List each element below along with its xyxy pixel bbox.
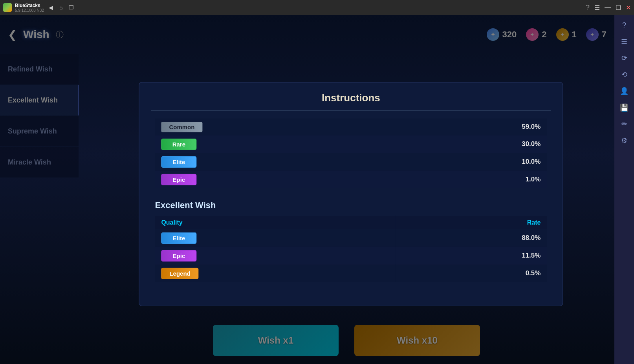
- rate-cell: 11.5%: [396, 247, 547, 264]
- modal-body: Common 59.0% Rare 30.0% Elite: [139, 110, 563, 305]
- quality-cell: Common: [155, 118, 402, 135]
- instructions-modal: Instructions Common 59.0% Rare 30.: [139, 82, 563, 306]
- title-bar: BlueStacks 5.9.12.1003 N32 ◀ ⌂ ❐ ? ☰ — ☐…: [0, 0, 634, 15]
- table-row: Epic 11.5%: [155, 247, 547, 264]
- rp-save-icon[interactable]: 💾: [618, 100, 630, 115]
- table-row: Legend 0.5%: [155, 264, 547, 282]
- quality-badge-common: Common: [161, 121, 202, 132]
- rp-rotate-icon[interactable]: ⟲: [620, 67, 629, 82]
- app-version: 5.9.12.1003 N32: [15, 8, 44, 13]
- quality-cell: Legend: [155, 264, 395, 282]
- rp-edit-icon[interactable]: ✏: [620, 117, 629, 132]
- rate-cell: 1.0%: [402, 170, 547, 188]
- app-name: BlueStacks: [15, 3, 44, 8]
- titlebar-maximize-btn[interactable]: ☐: [616, 4, 621, 11]
- rp-settings-icon[interactable]: ⚙: [619, 133, 629, 148]
- bluestacks-logo: [3, 3, 12, 12]
- table-row: Elite 10.0%: [155, 153, 547, 170]
- quality-cell: Elite: [155, 153, 402, 170]
- quality-badge-legend: Legend: [161, 267, 198, 279]
- rate-cell: 0.5%: [396, 264, 547, 282]
- rate-cell: 59.0%: [402, 118, 547, 135]
- excellent-wish-table: Quality Rate Elite 88.0% Epic: [155, 216, 547, 282]
- quality-badge-epic-1: Epic: [161, 174, 196, 185]
- quality-badge-elite-1: Elite: [161, 156, 196, 167]
- rate-cell: 88.0%: [396, 229, 547, 247]
- game-area: ❮ Wish ⓘ ✦ 320 ✦ 2 ✦ 1 ✦ 7 Refined W: [0, 15, 634, 364]
- quality-badge-epic-2: Epic: [161, 250, 196, 261]
- rp-refresh-icon[interactable]: ⟳: [620, 51, 629, 66]
- rate-header: Rate: [396, 216, 547, 229]
- titlebar-menu-icon[interactable]: ☰: [594, 4, 600, 11]
- rate-cell: 10.0%: [402, 153, 547, 170]
- rp-user-icon[interactable]: 👤: [618, 84, 630, 99]
- modal-title: Instructions: [151, 82, 551, 110]
- titlebar-back-btn[interactable]: ◀: [49, 4, 53, 11]
- quality-cell: Epic: [155, 247, 395, 264]
- table-row: Elite 88.0%: [155, 229, 547, 247]
- table-row: Common 59.0%: [155, 118, 547, 135]
- rp-menu-icon[interactable]: ☰: [619, 34, 629, 49]
- excellent-wish-heading: Excellent Wish: [155, 200, 547, 210]
- quality-cell: Elite: [155, 229, 395, 247]
- rate-cell: 30.0%: [402, 135, 547, 153]
- quality-badge-rare: Rare: [161, 138, 196, 150]
- quality-header: Quality: [155, 216, 395, 229]
- right-panel: ? ☰ ⟳ ⟲ 👤 💾 ✏ ⚙: [614, 15, 634, 364]
- table-row: Rare 30.0%: [155, 135, 547, 153]
- titlebar-minimize-btn[interactable]: —: [605, 4, 611, 11]
- refined-wish-table: Common 59.0% Rare 30.0% Elite: [155, 118, 547, 188]
- rp-question-icon[interactable]: ?: [621, 18, 628, 33]
- titlebar-close-btn[interactable]: ✕: [626, 4, 631, 11]
- table-row: Epic 1.0%: [155, 170, 547, 188]
- quality-cell: Rare: [155, 135, 402, 153]
- table-header-row: Quality Rate: [155, 216, 547, 229]
- titlebar-copy-btn[interactable]: ❐: [69, 4, 74, 11]
- quality-cell: Epic: [155, 170, 402, 188]
- titlebar-home-btn[interactable]: ⌂: [59, 4, 62, 11]
- quality-badge-elite-2: Elite: [161, 232, 196, 243]
- titlebar-question-icon[interactable]: ?: [586, 4, 590, 11]
